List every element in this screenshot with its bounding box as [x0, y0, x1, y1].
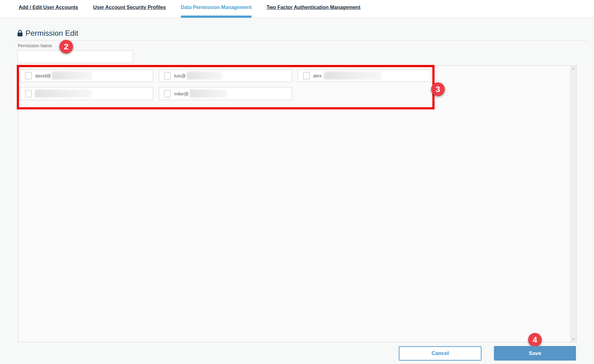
user-checkbox[interactable]	[164, 72, 171, 79]
user-permission-card: luis@	[159, 69, 292, 82]
save-button[interactable]: Save	[494, 346, 576, 361]
user-checkbox[interactable]	[25, 90, 32, 97]
user-checkbox[interactable]	[25, 72, 32, 79]
page-title: Permission Edit	[25, 29, 78, 38]
tab-label: User Account Security Profiles	[93, 5, 166, 10]
vertical-scrollbar[interactable]	[570, 66, 576, 342]
tab-data-permission-management[interactable]: Data Permission Management	[181, 0, 252, 18]
redacted-text	[324, 71, 381, 80]
user-permission-card: david@	[20, 69, 153, 82]
user-email-prefix: david@	[35, 73, 51, 78]
redacted-text	[52, 71, 92, 80]
user-card-grid: david@ luis@ alex. mike@	[20, 69, 431, 100]
redacted-text	[190, 90, 227, 98]
user-checkbox[interactable]	[164, 90, 171, 97]
tab-bar: Add / Edit User Accounts User Account Se…	[0, 0, 594, 18]
user-checkbox[interactable]	[303, 72, 310, 79]
permission-name-label: Permission Name	[18, 43, 52, 48]
tab-user-account-security-profiles[interactable]: User Account Security Profiles	[93, 0, 166, 18]
user-email-prefix: luis@	[174, 73, 186, 78]
permissions-panel: david@ luis@ alex. mike@	[18, 66, 577, 342]
cancel-button[interactable]: Cancel	[399, 346, 481, 361]
active-tab-indicator	[181, 16, 252, 18]
tab-label: Two Factor Authentication Management	[266, 5, 360, 10]
lock-icon	[17, 30, 23, 37]
user-permission-card: mike@	[159, 87, 292, 100]
tab-two-factor-authentication-management[interactable]: Two Factor Authentication Management	[266, 0, 360, 18]
user-email-prefix: alex.	[313, 73, 323, 78]
scroll-down-icon[interactable]	[572, 338, 575, 340]
user-email-prefix: mike@	[174, 91, 189, 96]
redacted-text	[187, 71, 222, 80]
user-permission-card	[20, 87, 153, 100]
user-permission-card: alex.	[298, 69, 431, 82]
tab-label: Add / Edit User Accounts	[19, 5, 78, 10]
tab-label: Data Permission Management	[181, 5, 252, 10]
permission-name-input[interactable]	[17, 50, 133, 63]
tab-list: Add / Edit User Accounts User Account Se…	[0, 0, 594, 18]
redacted-text	[35, 90, 92, 98]
tab-add-edit-user-accounts[interactable]: Add / Edit User Accounts	[19, 0, 78, 18]
scroll-up-icon[interactable]	[572, 68, 575, 70]
section-header: Permission Edit	[17, 29, 78, 38]
section-divider	[14, 40, 587, 41]
